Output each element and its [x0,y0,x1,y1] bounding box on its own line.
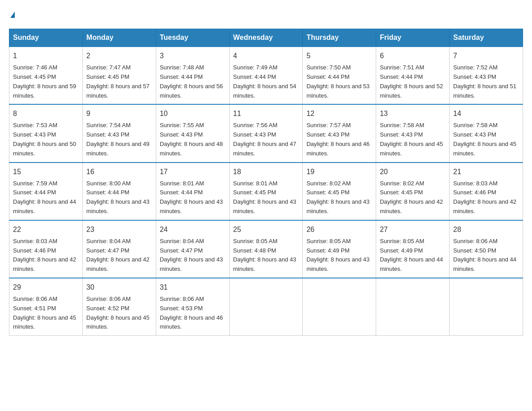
day-info: Sunrise: 7:54 AMSunset: 4:43 PMDaylight:… [86,121,152,158]
page-header [9,9,523,20]
day-info: Sunrise: 7:49 AMSunset: 4:44 PMDaylight:… [233,63,299,100]
calendar-cell: 29 Sunrise: 8:06 AMSunset: 4:51 PMDaylig… [9,278,83,336]
day-number: 30 [86,282,152,293]
calendar-cell: 9 Sunrise: 7:54 AMSunset: 4:43 PMDayligh… [82,104,156,162]
day-number: 9 [86,108,152,119]
calendar-cell: 5 Sunrise: 7:50 AMSunset: 4:44 PMDayligh… [303,47,376,104]
day-info: Sunrise: 7:55 AMSunset: 4:43 PMDaylight:… [160,121,226,158]
calendar-cell: 11 Sunrise: 7:56 AMSunset: 4:43 PMDaylig… [229,104,303,162]
calendar-week-row: 8 Sunrise: 7:53 AMSunset: 4:43 PMDayligh… [9,104,523,162]
calendar-cell: 1 Sunrise: 7:46 AMSunset: 4:45 PMDayligh… [9,47,83,104]
day-number: 7 [453,51,519,61]
calendar-cell [450,278,523,336]
day-number: 13 [380,108,446,119]
calendar-cell: 21 Sunrise: 8:03 AMSunset: 4:46 PMDaylig… [450,163,523,220]
day-info: Sunrise: 8:01 AMSunset: 4:44 PMDaylight:… [160,179,226,216]
calendar-cell: 18 Sunrise: 8:01 AMSunset: 4:45 PMDaylig… [229,163,303,220]
calendar-cell: 24 Sunrise: 8:04 AMSunset: 4:47 PMDaylig… [156,220,229,278]
calendar-cell: 12 Sunrise: 7:57 AMSunset: 4:43 PMDaylig… [303,104,376,162]
calendar-cell: 20 Sunrise: 8:02 AMSunset: 4:45 PMDaylig… [376,163,450,220]
calendar-cell: 4 Sunrise: 7:49 AMSunset: 4:44 PMDayligh… [229,47,303,104]
day-info: Sunrise: 7:47 AMSunset: 4:45 PMDaylight:… [86,63,152,100]
day-number: 16 [86,167,152,177]
calendar-cell: 26 Sunrise: 8:05 AMSunset: 4:49 PMDaylig… [303,220,376,278]
day-number: 6 [380,51,446,61]
day-number: 3 [160,51,226,61]
day-info: Sunrise: 8:05 AMSunset: 4:49 PMDaylight:… [380,237,446,274]
calendar-week-row: 22 Sunrise: 8:03 AMSunset: 4:46 PMDaylig… [9,220,523,278]
calendar-cell: 10 Sunrise: 7:55 AMSunset: 4:43 PMDaylig… [156,104,229,162]
day-info: Sunrise: 8:06 AMSunset: 4:50 PMDaylight:… [453,237,519,274]
calendar-cell [303,278,376,336]
day-of-week-header: Monday [82,29,156,47]
day-number: 5 [306,51,372,61]
day-info: Sunrise: 8:06 AMSunset: 4:51 PMDaylight:… [13,295,79,332]
calendar-week-row: 15 Sunrise: 7:59 AMSunset: 4:44 PMDaylig… [9,163,523,220]
day-number: 27 [380,224,446,235]
day-info: Sunrise: 8:02 AMSunset: 4:45 PMDaylight:… [380,179,446,216]
day-number: 28 [453,224,519,235]
day-of-week-header: Wednesday [229,29,303,47]
day-number: 17 [160,167,226,177]
day-info: Sunrise: 8:03 AMSunset: 4:46 PMDaylight:… [453,179,519,216]
day-info: Sunrise: 8:06 AMSunset: 4:53 PMDaylight:… [160,295,226,332]
logo [9,9,15,20]
day-info: Sunrise: 7:46 AMSunset: 4:45 PMDaylight:… [13,63,79,100]
day-number: 14 [453,108,519,119]
calendar-cell: 8 Sunrise: 7:53 AMSunset: 4:43 PMDayligh… [9,104,83,162]
day-info: Sunrise: 8:04 AMSunset: 4:47 PMDaylight:… [160,237,226,274]
day-number: 29 [13,282,79,293]
day-number: 11 [233,108,299,119]
day-info: Sunrise: 8:02 AMSunset: 4:45 PMDaylight:… [306,179,372,216]
day-info: Sunrise: 8:04 AMSunset: 4:47 PMDaylight:… [86,237,152,274]
day-info: Sunrise: 7:59 AMSunset: 4:44 PMDaylight:… [13,179,79,216]
day-info: Sunrise: 7:58 AMSunset: 4:43 PMDaylight:… [380,121,446,158]
calendar-week-row: 29 Sunrise: 8:06 AMSunset: 4:51 PMDaylig… [9,278,523,336]
calendar-cell: 6 Sunrise: 7:51 AMSunset: 4:44 PMDayligh… [376,47,450,104]
day-info: Sunrise: 8:05 AMSunset: 4:49 PMDaylight:… [306,237,372,274]
calendar-cell: 28 Sunrise: 8:06 AMSunset: 4:50 PMDaylig… [450,220,523,278]
calendar-cell [229,278,303,336]
calendar-cell: 22 Sunrise: 8:03 AMSunset: 4:46 PMDaylig… [9,220,83,278]
calendar-cell: 2 Sunrise: 7:47 AMSunset: 4:45 PMDayligh… [82,47,156,104]
day-of-week-header: Tuesday [156,29,229,47]
day-info: Sunrise: 8:05 AMSunset: 4:48 PMDaylight:… [233,237,299,274]
calendar-week-row: 1 Sunrise: 7:46 AMSunset: 4:45 PMDayligh… [9,47,523,104]
calendar-cell: 17 Sunrise: 8:01 AMSunset: 4:44 PMDaylig… [156,163,229,220]
logo-triangle-icon [10,12,15,18]
day-number: 25 [233,224,299,235]
day-number: 15 [13,167,79,177]
day-info: Sunrise: 8:01 AMSunset: 4:45 PMDaylight:… [233,179,299,216]
day-info: Sunrise: 8:00 AMSunset: 4:44 PMDaylight:… [86,179,152,216]
day-number: 20 [380,167,446,177]
calendar-cell: 3 Sunrise: 7:48 AMSunset: 4:44 PMDayligh… [156,47,229,104]
day-number: 4 [233,51,299,61]
day-info: Sunrise: 7:52 AMSunset: 4:43 PMDaylight:… [453,63,519,100]
day-of-week-header: Thursday [303,29,376,47]
calendar-cell: 23 Sunrise: 8:04 AMSunset: 4:47 PMDaylig… [82,220,156,278]
day-number: 12 [306,108,372,119]
calendar-cell: 15 Sunrise: 7:59 AMSunset: 4:44 PMDaylig… [9,163,83,220]
calendar-cell: 14 Sunrise: 7:58 AMSunset: 4:43 PMDaylig… [450,104,523,162]
day-number: 23 [86,224,152,235]
day-number: 1 [13,51,79,61]
calendar-cell: 30 Sunrise: 8:06 AMSunset: 4:52 PMDaylig… [82,278,156,336]
day-of-week-header: Sunday [9,29,83,47]
day-number: 21 [453,167,519,177]
day-info: Sunrise: 7:53 AMSunset: 4:43 PMDaylight:… [13,121,79,158]
day-info: Sunrise: 7:48 AMSunset: 4:44 PMDaylight:… [160,63,226,100]
calendar-cell [376,278,450,336]
calendar-cell: 7 Sunrise: 7:52 AMSunset: 4:43 PMDayligh… [450,47,523,104]
day-number: 19 [306,167,372,177]
day-number: 26 [306,224,372,235]
day-info: Sunrise: 8:03 AMSunset: 4:46 PMDaylight:… [13,237,79,274]
day-info: Sunrise: 8:06 AMSunset: 4:52 PMDaylight:… [86,295,152,332]
day-number: 2 [86,51,152,61]
day-of-week-header: Saturday [450,29,523,47]
day-info: Sunrise: 7:56 AMSunset: 4:43 PMDaylight:… [233,121,299,158]
day-number: 8 [13,108,79,119]
calendar-table: SundayMondayTuesdayWednesdayThursdayFrid… [9,29,523,336]
calendar-cell: 25 Sunrise: 8:05 AMSunset: 4:48 PMDaylig… [229,220,303,278]
day-info: Sunrise: 7:51 AMSunset: 4:44 PMDaylight:… [380,63,446,100]
day-info: Sunrise: 7:57 AMSunset: 4:43 PMDaylight:… [306,121,372,158]
